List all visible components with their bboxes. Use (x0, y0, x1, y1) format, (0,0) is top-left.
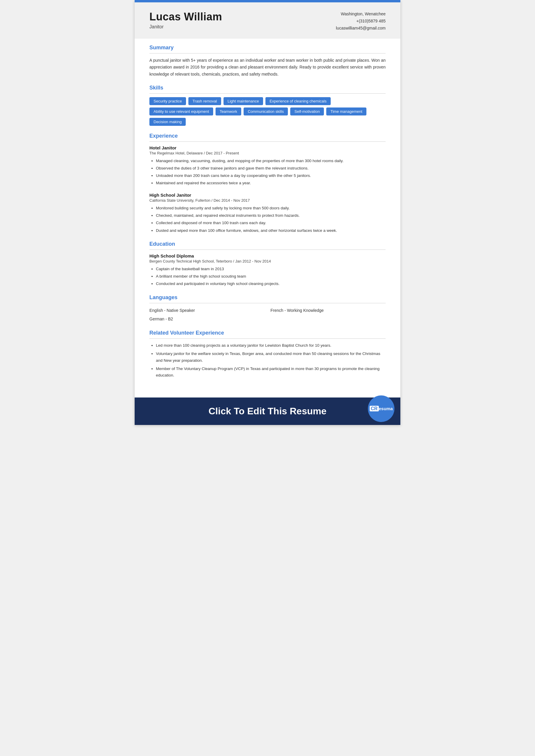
education-item-subtitle: Bergen County Technical High School, Tet… (150, 259, 385, 264)
education-item-bullets: Captain of the basketball team in 2013A … (150, 266, 385, 287)
volunteer-list: Led more than 100 cleaning projects as a… (150, 342, 385, 378)
summary-text: A punctual janitor with 5+ years of expe… (150, 57, 385, 77)
list-item: Member of The Voluntary Cleanup Program … (156, 366, 385, 379)
skills-divider (150, 93, 385, 94)
list-item: Collected and disposed of more than 100 … (156, 220, 385, 226)
list-item: Checked, maintained, and repaired electr… (156, 212, 385, 219)
summary-title: Summary (150, 44, 385, 51)
cresuma-logo-text: CResuma (370, 406, 393, 411)
experience-item: High School JanitorCalifornia State Univ… (150, 193, 385, 234)
list-item: A brilliant member of the high school sc… (156, 273, 385, 280)
list-item: Managed cleaning, vacuuming, dusting, an… (156, 158, 385, 164)
education-container: High School DiplomaBergen County Technic… (150, 253, 385, 287)
skill-badge: Time management (326, 107, 366, 116)
list-item: Monitored building security and safety b… (156, 205, 385, 211)
experience-item-title: High School Janitor (150, 193, 385, 198)
volunteer-title: Related Volunteer Experience (150, 330, 385, 336)
experience-item-bullets: Managed cleaning, vacuuming, dusting, an… (150, 158, 385, 187)
summary-divider (150, 53, 385, 53)
language-item: French - Working Knowledge (270, 307, 385, 314)
experience-item-bullets: Monitored building security and safety b… (150, 205, 385, 234)
volunteer-divider (150, 338, 385, 339)
email: lucaswilliam45@gmail.com (336, 25, 385, 32)
languages-divider (150, 303, 385, 303)
cresuma-highlight: CR (370, 406, 379, 411)
skill-badge: Experience of cleaning chemicals (266, 97, 331, 105)
skill-badge: Trash removal (188, 97, 221, 105)
experience-container: Hotel JanitorThe Regelmax Hotel, Delawar… (150, 145, 385, 234)
list-item: Unloaded more than 200 trash cans twice … (156, 173, 385, 179)
cta-text[interactable]: Click To Edit This Resume (209, 406, 326, 417)
resume-page: Lucas William Janitor Washington, Wenatc… (135, 0, 400, 425)
education-section: Education High School DiplomaBergen Coun… (150, 241, 385, 287)
main-content: Summary A punctual janitor with 5+ years… (135, 39, 400, 398)
skill-badge: Communication skills (243, 107, 288, 116)
experience-divider (150, 141, 385, 142)
languages-section: Languages English - Native SpeakerFrench… (150, 294, 385, 323)
list-item: Maintained and repaired the accessories … (156, 180, 385, 186)
list-item: Observed the duties of 3 other trainee j… (156, 165, 385, 172)
list-item: Led more than 100 cleaning projects as a… (156, 342, 385, 349)
cta-bar[interactable]: Click To Edit This Resume CResuma (135, 398, 400, 425)
candidate-name: Lucas William (150, 11, 222, 23)
skills-title: Skills (150, 85, 385, 91)
skill-badge: Teamwork (215, 107, 241, 116)
education-item-title: High School Diploma (150, 253, 385, 258)
volunteer-section: Related Volunteer Experience Led more th… (150, 330, 385, 378)
languages-title: Languages (150, 294, 385, 301)
summary-section: Summary A punctual janitor with 5+ years… (150, 44, 385, 77)
header-section: Lucas William Janitor Washington, Wenatc… (135, 2, 400, 39)
list-item: Voluntary janitor for the welfare societ… (156, 350, 385, 364)
skills-container: Security practiceTrash removalLight main… (150, 97, 385, 126)
language-item: German - B2 (150, 315, 265, 323)
experience-item-subtitle: The Regelmax Hotel, Delaware / Dec 2017 … (150, 151, 385, 155)
languages-grid: English - Native SpeakerFrench - Working… (150, 307, 385, 323)
skill-badge: Ability to use relevant equipment (150, 107, 213, 116)
list-item: Captain of the basketball team in 2013 (156, 266, 385, 272)
skill-badge: Light maintenance (223, 97, 263, 105)
cresuma-logo: CResuma (368, 395, 394, 422)
header-left: Lucas William Janitor (150, 11, 222, 30)
list-item: Conducted and participated in voluntary … (156, 281, 385, 287)
education-item: High School DiplomaBergen County Technic… (150, 253, 385, 287)
skills-section: Skills Security practiceTrash removalLig… (150, 85, 385, 126)
header-right: Washington, Wenatchee +(310)5879 485 luc… (336, 11, 385, 32)
location: Washington, Wenatchee (336, 11, 385, 18)
education-title: Education (150, 241, 385, 247)
experience-section: Experience Hotel JanitorThe Regelmax Hot… (150, 133, 385, 234)
experience-item-subtitle: California State University, Fullerton /… (150, 198, 385, 203)
phone: +(310)5879 485 (336, 18, 385, 25)
experience-title: Experience (150, 133, 385, 139)
candidate-title: Janitor (150, 24, 222, 30)
skill-badge: Security practice (150, 97, 186, 105)
top-accent-bar (135, 0, 400, 2)
skill-badge: Decision making (150, 118, 186, 126)
experience-item: Hotel JanitorThe Regelmax Hotel, Delawar… (150, 145, 385, 187)
list-item: Dusted and wiped more than 100 office fu… (156, 227, 385, 234)
experience-item-title: Hotel Janitor (150, 145, 385, 150)
skill-badge: Self-motivation (290, 107, 324, 116)
language-item: English - Native Speaker (150, 307, 265, 314)
